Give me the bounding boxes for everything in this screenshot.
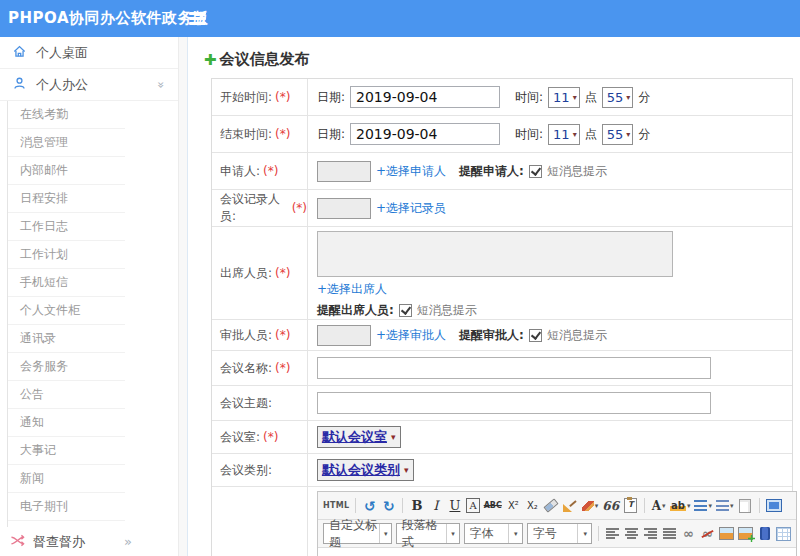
required-mark: (*) — [263, 164, 278, 178]
meeting-topic-input[interactable] — [317, 392, 711, 414]
unlink-icon[interactable]: ∞ — [700, 525, 715, 543]
table-row: 会议主题: — [212, 386, 792, 421]
eraser-icon[interactable] — [544, 497, 559, 515]
end-hour-select[interactable]: 11 ▾ — [548, 124, 580, 145]
upload-image-icon[interactable] — [738, 525, 753, 543]
ordered-list-icon[interactable]: ▾ — [694, 497, 712, 515]
blockquote-button[interactable]: 66 — [602, 497, 619, 515]
undo-icon[interactable]: ↺ — [362, 497, 377, 515]
field-meeting-name — [308, 351, 792, 385]
label-text: 审批人员: — [220, 327, 272, 344]
underline-button[interactable]: U — [447, 497, 462, 515]
link-icon[interactable]: ∞ — [681, 525, 696, 543]
sidebar-subitem[interactable]: 通讯录 — [8, 325, 125, 353]
select-attendee-link[interactable]: +选择出席人 — [317, 281, 387, 298]
dropdown-arrow-icon: ▾ — [662, 501, 666, 510]
style-select-value: 自定义标题 — [329, 517, 379, 551]
shuffle-icon — [10, 534, 25, 550]
meeting-category-select[interactable]: 默认会议类别 ▾ — [317, 459, 414, 481]
font-family-select[interactable]: 字体 ▾ — [464, 523, 523, 544]
sidebar-subitem[interactable]: 手机短信 — [8, 269, 125, 297]
sidebar-subitem-label: 工作计划 — [20, 247, 68, 261]
subscript-button[interactable]: X₂ — [525, 497, 540, 515]
align-justify-icon[interactable] — [662, 525, 677, 543]
sidebar-subitem[interactable]: 工作计划 — [8, 241, 125, 269]
sms-remind-checkbox[interactable] — [529, 329, 542, 342]
highlight-color-button[interactable]: ab▾ — [670, 497, 690, 515]
font-color-button[interactable]: A▾ — [651, 497, 666, 515]
style-select[interactable]: 自定义标题 ▾ — [323, 523, 392, 544]
paragraph-select[interactable]: 段落格式 ▾ — [396, 523, 460, 544]
bold-button[interactable]: B — [409, 497, 424, 515]
sidebar-subitem[interactable]: 会务服务 — [8, 353, 125, 381]
italic-button[interactable]: I — [428, 497, 443, 515]
insert-image-icon[interactable] — [719, 525, 734, 543]
meeting-name-input[interactable] — [317, 357, 711, 379]
recorder-input[interactable] — [317, 198, 371, 219]
sidebar-subitem[interactable]: 大事记 — [8, 437, 125, 465]
applicant-input[interactable] — [317, 161, 371, 182]
select-recorder-link[interactable]: +选择记录员 — [376, 200, 446, 217]
sidebar-item-office[interactable]: 个人办公 » — [0, 69, 178, 101]
fullscreen-icon[interactable] — [766, 497, 782, 515]
sidebar-item-desktop[interactable]: 个人桌面 — [0, 37, 178, 69]
start-minute-select[interactable]: 55 ▾ — [602, 87, 634, 108]
start-date-input[interactable] — [350, 86, 500, 108]
sidebar-subitem[interactable]: 新闻 — [8, 465, 125, 493]
paste-icon[interactable] — [623, 497, 638, 515]
rich-text-editor: HTML ↺ ↻ B I U A ABC X² X₂ — [317, 491, 797, 556]
required-mark: (*) — [275, 328, 290, 342]
superscript-button[interactable]: X² — [506, 497, 521, 515]
autotypeset-button[interactable]: A — [466, 498, 479, 513]
approver-input[interactable] — [317, 325, 371, 346]
app-title: PHPOA协同办公软件政务版 — [8, 9, 209, 28]
insert-table-icon[interactable] — [776, 525, 791, 543]
editor-content-area[interactable] — [318, 548, 796, 556]
page-title-text: 会议信息发布 — [220, 50, 310, 69]
sms-remind-checkbox[interactable] — [529, 165, 542, 178]
minute-suffix: 分 — [638, 126, 650, 143]
sidebar-item-supervise[interactable]: 督查督办 » — [0, 527, 179, 556]
label-text: 出席人员: — [220, 265, 272, 282]
attendees-textarea[interactable] — [317, 231, 673, 277]
sidebar-subitem[interactable]: 消息管理 — [8, 129, 125, 157]
sms-remind-checkbox[interactable] — [399, 304, 412, 317]
font-size-select[interactable]: 字号 ▾ — [527, 523, 592, 544]
unordered-list-icon[interactable]: ▾ — [716, 497, 734, 515]
label-text: 结束时间: — [220, 126, 272, 143]
sidebar: 个人桌面 个人办公 » 在线考勤 消息管理 内 — [0, 37, 179, 556]
start-hour-select[interactable]: 11 ▾ — [548, 87, 580, 108]
toolbar-divider — [598, 526, 599, 541]
paragraph-select-value: 段落格式 — [402, 517, 446, 551]
align-left-icon[interactable] — [605, 525, 620, 543]
sidebar-subitem[interactable]: 工作日志 — [8, 213, 125, 241]
align-right-icon[interactable] — [643, 525, 658, 543]
hamburger-menu-icon[interactable] — [189, 12, 206, 25]
align-center-icon[interactable] — [624, 525, 639, 543]
table-row: 会议室: (*) 默认会议室 ▾ — [212, 421, 792, 454]
sidebar-subitem[interactable]: 个人文件柜 — [8, 297, 125, 325]
sidebar-subitem-label: 个人文件柜 — [20, 303, 80, 317]
meeting-room-select[interactable]: 默认会议室 ▾ — [317, 426, 401, 448]
editor-toolbar-row1: HTML ↺ ↻ B I U A ABC X² X₂ — [318, 492, 796, 520]
sidebar-subitem[interactable]: 日程安排 — [8, 185, 125, 213]
paint-format-icon[interactable]: ▾ — [582, 497, 599, 515]
sidebar-subitem[interactable]: 通知 — [8, 409, 125, 437]
end-minute-select[interactable]: 55 ▾ — [602, 124, 634, 145]
select-approver-link[interactable]: +选择审批人 — [376, 327, 446, 344]
html-source-button[interactable]: HTML — [323, 497, 349, 515]
select-applicant-link[interactable]: +选择申请人 — [376, 163, 446, 180]
scrollbar-track[interactable] — [179, 37, 187, 556]
sidebar-subitem[interactable]: 公告 — [8, 381, 125, 409]
strikethrough-button[interactable]: ABC — [484, 497, 502, 515]
table-row: 出席人员: (*) +选择出席人 提醒出席人员: 短消息提示 — [212, 227, 792, 320]
sidebar-subitem[interactable]: 内部邮件 — [8, 157, 125, 185]
insert-media-icon[interactable] — [757, 525, 772, 543]
broom-icon[interactable] — [563, 497, 578, 515]
sidebar-subitem[interactable]: 电子期刊 — [8, 493, 125, 521]
end-date-input[interactable] — [350, 123, 500, 145]
new-page-icon[interactable] — [738, 497, 753, 515]
app-window: PHPOA协同办公软件政务版 个人桌面 个人办公 » — [0, 0, 800, 556]
sidebar-subitem[interactable]: 在线考勤 — [8, 101, 125, 129]
redo-icon[interactable]: ↻ — [381, 497, 396, 515]
